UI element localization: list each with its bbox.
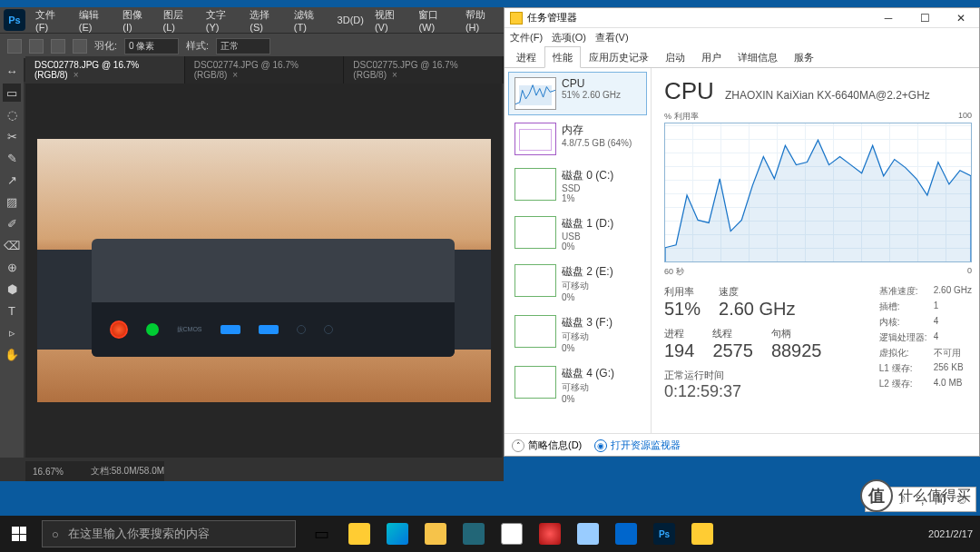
watermark-badge-icon: 值 xyxy=(860,479,893,512)
edge-icon[interactable] xyxy=(379,516,416,552)
tm-tabs: 进程 性能 应用历史记录 启动 用户 详细信息 服务 xyxy=(505,46,979,68)
marquee-tool-icon[interactable] xyxy=(7,39,22,54)
taskbar-app-icon[interactable] xyxy=(532,516,568,552)
selection-mode-icon[interactable] xyxy=(29,39,44,54)
sidebar-item-disk0[interactable]: 磁盘 0 (C:)SSD 1% xyxy=(508,163,647,209)
clone-tool-icon[interactable]: ▨ xyxy=(3,192,21,211)
start-button[interactable] xyxy=(0,516,38,552)
doc-tab-2[interactable]: DSC02774.JPG @ 16.7%(RGB/8)× xyxy=(185,56,345,84)
y-axis-label: % 利用率 xyxy=(664,111,699,123)
x-left: 60 秒 xyxy=(664,266,684,278)
maximize-button[interactable]: ☐ xyxy=(906,8,943,28)
marquee-tool-icon[interactable]: ▭ xyxy=(3,84,21,102)
eraser-tool-icon[interactable]: ⌫ xyxy=(3,236,21,254)
doc-tab-3[interactable]: DSC02775.JPG @ 16.7%(RGB/8)× xyxy=(344,56,504,84)
resmon-link[interactable]: ◉打开资源监视器 xyxy=(594,439,681,452)
menu-window[interactable]: 窗口(W) xyxy=(414,6,459,34)
tab-services[interactable]: 服务 xyxy=(786,46,822,67)
task-view-icon[interactable]: ▭ xyxy=(303,516,339,552)
audio-jack-icon xyxy=(324,325,333,334)
sidebar-item-disk3[interactable]: 磁盘 3 (F:)可移动 0% xyxy=(508,310,647,359)
sidebar-item-disk1[interactable]: 磁盘 1 (D:)USB 0% xyxy=(508,211,647,257)
feather-input[interactable]: 0 像素 xyxy=(124,38,179,54)
stat-handles: 88925 xyxy=(771,340,822,361)
minimize-button[interactable]: ─ xyxy=(870,8,906,28)
menu-3d[interactable]: 3D(D) xyxy=(333,13,368,27)
doc-tab-1[interactable]: DSC02778.JPG @ 16.7%(RGB/8)× xyxy=(25,56,185,84)
taskbar-app-icon[interactable] xyxy=(570,516,606,552)
menu-type[interactable]: 文字(Y) xyxy=(201,6,243,34)
titlebar[interactable]: 任务管理器 ─ ☐ ✕ xyxy=(505,8,979,28)
tab-processes[interactable]: 进程 xyxy=(508,46,544,67)
photoshop-taskbar-icon[interactable]: Ps xyxy=(646,516,682,552)
cpu-chart[interactable] xyxy=(664,123,972,262)
canvas[interactable]: 拔CMOS xyxy=(25,84,502,458)
tm-menu-view[interactable]: 查看(V) xyxy=(595,31,629,44)
store-icon[interactable] xyxy=(494,516,530,552)
photoshop-logo: Ps xyxy=(4,9,25,31)
pen-tool-icon[interactable]: ⬢ xyxy=(3,280,21,298)
path-tool-icon[interactable]: ▹ xyxy=(3,323,21,341)
tab-startup[interactable]: 启动 xyxy=(657,46,693,67)
taskmgr-icon xyxy=(510,12,523,25)
sidebar-item-disk4[interactable]: 磁盘 4 (G:)可移动 0% xyxy=(508,360,647,409)
search-icon: ○ xyxy=(52,527,59,541)
zoom-level[interactable]: 16.67% xyxy=(33,467,64,477)
usb-port-icon xyxy=(259,325,279,334)
resmon-icon: ◉ xyxy=(594,439,607,452)
menu-filter[interactable]: 滤镜(T) xyxy=(289,6,331,34)
cpu-specs: 基准速度:2.60 GHz 插槽:1 内核:4 逻辑处理器:4 虚拟化:不可用 … xyxy=(879,285,972,401)
tab-details[interactable]: 详细信息 xyxy=(730,46,786,67)
system-tray[interactable]: 2021/2/17 xyxy=(928,528,980,539)
menu-layer[interactable]: 图层(L) xyxy=(159,6,200,34)
close-icon[interactable]: × xyxy=(392,70,397,80)
close-icon[interactable]: × xyxy=(74,70,79,80)
tab-users[interactable]: 用户 xyxy=(693,46,730,67)
taskbar-app-icon[interactable] xyxy=(608,516,644,552)
menu-help[interactable]: 帮助(H) xyxy=(461,6,504,34)
eyedropper-tool-icon[interactable]: ✎ xyxy=(3,149,21,167)
brush-tool-icon[interactable]: ↗ xyxy=(3,171,21,189)
tm-menu-file[interactable]: 文件(F) xyxy=(510,31,543,44)
hand-tool-icon[interactable]: ✋ xyxy=(3,345,21,363)
taskbar-app-icon[interactable] xyxy=(341,516,377,552)
sidebar-item-disk2[interactable]: 磁盘 2 (E:)可移动 0% xyxy=(508,259,647,308)
close-button[interactable]: ✕ xyxy=(943,8,979,28)
tm-menu-options[interactable]: 选项(O) xyxy=(552,31,586,44)
tab-history[interactable]: 应用历史记录 xyxy=(581,46,657,67)
crop-tool-icon[interactable]: ✂ xyxy=(3,127,21,145)
gradient-tool-icon[interactable]: ⊕ xyxy=(3,258,21,276)
explorer-icon[interactable] xyxy=(417,516,454,552)
selection-sub-icon[interactable] xyxy=(73,39,87,54)
taskbar-app-icon[interactable] xyxy=(456,516,492,552)
sidebar-item-cpu[interactable]: CPU51% 2.60 GHz xyxy=(508,72,647,115)
stat-proc: 194 xyxy=(664,340,694,361)
type-tool-icon[interactable]: T xyxy=(3,301,21,320)
disk-thumb-icon xyxy=(514,168,556,201)
usb-port-icon xyxy=(220,325,240,334)
tray-date[interactable]: 2021/2/17 xyxy=(928,528,973,539)
feather-label: 羽化: xyxy=(94,39,117,53)
menu-edit[interactable]: 编辑(E) xyxy=(74,6,116,34)
menu-file[interactable]: 文件(F) xyxy=(31,6,73,34)
chevron-up-icon: ˄ xyxy=(512,439,524,452)
cpu-name: ZHAOXIN KaiXian KX-6640MA@2.2+GHz xyxy=(725,89,930,102)
mini-pc-device: 拔CMOS xyxy=(92,239,455,357)
perf-sidebar[interactable]: CPU51% 2.60 GHz 内存4.8/7.5 GB (64%) 磁盘 0 … xyxy=(505,68,652,433)
menu-select[interactable]: 选择(S) xyxy=(245,6,287,34)
menu-image[interactable]: 图像(I) xyxy=(118,6,156,34)
sidebar-item-memory[interactable]: 内存4.8/7.5 GB (64%) xyxy=(508,117,647,161)
brief-toggle[interactable]: ˄简略信息(D) xyxy=(512,439,582,452)
style-select[interactable]: 正常 xyxy=(216,38,270,54)
window-title: 任务管理器 xyxy=(527,11,577,25)
selection-add-icon[interactable] xyxy=(51,39,65,54)
tab-performance[interactable]: 性能 xyxy=(544,46,581,68)
pencil-tool-icon[interactable]: ✐ xyxy=(3,214,21,232)
menu-view[interactable]: 视图(V) xyxy=(370,6,412,34)
search-box[interactable]: ○ 在这里输入你要搜索的内容 xyxy=(42,520,296,547)
move-tool-icon[interactable]: ↔ xyxy=(3,62,21,80)
photoshop-window: Ps 文件(F) 编辑(E) 图像(I) 图层(L) 文字(Y) 选择(S) 滤… xyxy=(0,7,504,481)
close-icon[interactable]: × xyxy=(232,70,238,80)
lasso-tool-icon[interactable]: ◌ xyxy=(3,105,21,123)
taskmgr-taskbar-icon[interactable] xyxy=(684,516,720,552)
